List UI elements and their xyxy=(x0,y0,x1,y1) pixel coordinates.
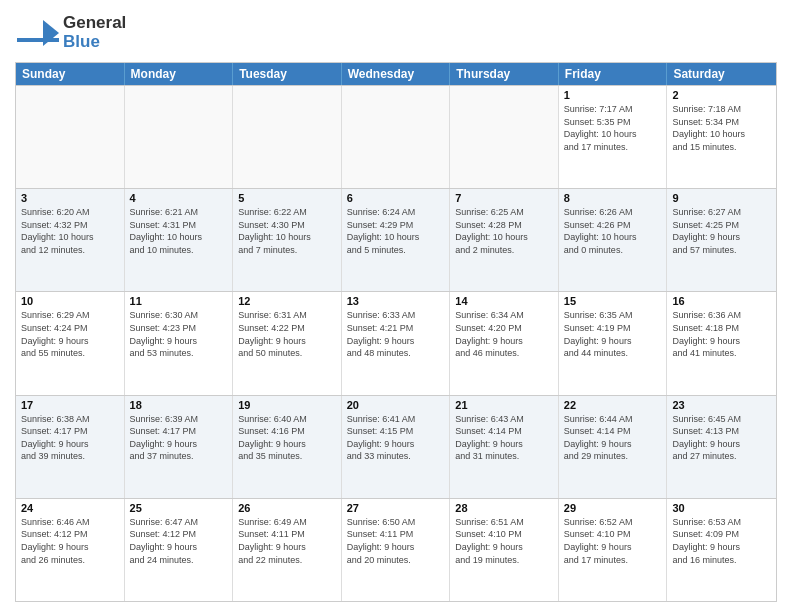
day-cell-21: 21Sunrise: 6:43 AM Sunset: 4:14 PM Dayli… xyxy=(450,396,559,498)
day-number: 18 xyxy=(130,399,228,411)
day-cell-6: 6Sunrise: 6:24 AM Sunset: 4:29 PM Daylig… xyxy=(342,189,451,291)
day-cell-30: 30Sunrise: 6:53 AM Sunset: 4:09 PM Dayli… xyxy=(667,499,776,601)
day-info: Sunrise: 6:22 AM Sunset: 4:30 PM Dayligh… xyxy=(238,206,336,256)
day-cell-1: 1Sunrise: 7:17 AM Sunset: 5:35 PM Daylig… xyxy=(559,86,668,188)
day-info: Sunrise: 6:51 AM Sunset: 4:10 PM Dayligh… xyxy=(455,516,553,566)
day-header-thursday: Thursday xyxy=(450,63,559,85)
day-cell-23: 23Sunrise: 6:45 AM Sunset: 4:13 PM Dayli… xyxy=(667,396,776,498)
day-cell-15: 15Sunrise: 6:35 AM Sunset: 4:19 PM Dayli… xyxy=(559,292,668,394)
week-row-1: 1Sunrise: 7:17 AM Sunset: 5:35 PM Daylig… xyxy=(16,85,776,188)
day-info: Sunrise: 6:43 AM Sunset: 4:14 PM Dayligh… xyxy=(455,413,553,463)
logo-text: General Blue xyxy=(63,14,126,51)
empty-cell xyxy=(450,86,559,188)
day-cell-3: 3Sunrise: 6:20 AM Sunset: 4:32 PM Daylig… xyxy=(16,189,125,291)
day-number: 30 xyxy=(672,502,771,514)
day-info: Sunrise: 6:46 AM Sunset: 4:12 PM Dayligh… xyxy=(21,516,119,566)
day-info: Sunrise: 6:41 AM Sunset: 4:15 PM Dayligh… xyxy=(347,413,445,463)
day-info: Sunrise: 6:30 AM Sunset: 4:23 PM Dayligh… xyxy=(130,309,228,359)
day-info: Sunrise: 6:25 AM Sunset: 4:28 PM Dayligh… xyxy=(455,206,553,256)
page: General Blue SundayMondayTuesdayWednesda… xyxy=(0,0,792,612)
day-number: 26 xyxy=(238,502,336,514)
day-number: 11 xyxy=(130,295,228,307)
day-cell-8: 8Sunrise: 6:26 AM Sunset: 4:26 PM Daylig… xyxy=(559,189,668,291)
svg-rect-2 xyxy=(17,38,59,42)
day-number: 1 xyxy=(564,89,662,101)
day-info: Sunrise: 6:39 AM Sunset: 4:17 PM Dayligh… xyxy=(130,413,228,463)
day-info: Sunrise: 6:27 AM Sunset: 4:25 PM Dayligh… xyxy=(672,206,771,256)
day-info: Sunrise: 6:45 AM Sunset: 4:13 PM Dayligh… xyxy=(672,413,771,463)
day-cell-9: 9Sunrise: 6:27 AM Sunset: 4:25 PM Daylig… xyxy=(667,189,776,291)
day-number: 19 xyxy=(238,399,336,411)
day-number: 21 xyxy=(455,399,553,411)
empty-cell xyxy=(16,86,125,188)
day-cell-7: 7Sunrise: 6:25 AM Sunset: 4:28 PM Daylig… xyxy=(450,189,559,291)
day-info: Sunrise: 6:35 AM Sunset: 4:19 PM Dayligh… xyxy=(564,309,662,359)
day-header-tuesday: Tuesday xyxy=(233,63,342,85)
day-cell-17: 17Sunrise: 6:38 AM Sunset: 4:17 PM Dayli… xyxy=(16,396,125,498)
day-number: 23 xyxy=(672,399,771,411)
day-number: 7 xyxy=(455,192,553,204)
day-info: Sunrise: 7:18 AM Sunset: 5:34 PM Dayligh… xyxy=(672,103,771,153)
day-cell-19: 19Sunrise: 6:40 AM Sunset: 4:16 PM Dayli… xyxy=(233,396,342,498)
day-number: 9 xyxy=(672,192,771,204)
day-number: 15 xyxy=(564,295,662,307)
day-info: Sunrise: 6:44 AM Sunset: 4:14 PM Dayligh… xyxy=(564,413,662,463)
day-info: Sunrise: 6:50 AM Sunset: 4:11 PM Dayligh… xyxy=(347,516,445,566)
day-header-sunday: Sunday xyxy=(16,63,125,85)
day-number: 4 xyxy=(130,192,228,204)
day-number: 10 xyxy=(21,295,119,307)
day-info: Sunrise: 6:20 AM Sunset: 4:32 PM Dayligh… xyxy=(21,206,119,256)
day-cell-28: 28Sunrise: 6:51 AM Sunset: 4:10 PM Dayli… xyxy=(450,499,559,601)
day-info: Sunrise: 6:47 AM Sunset: 4:12 PM Dayligh… xyxy=(130,516,228,566)
day-info: Sunrise: 6:24 AM Sunset: 4:29 PM Dayligh… xyxy=(347,206,445,256)
day-number: 25 xyxy=(130,502,228,514)
day-cell-12: 12Sunrise: 6:31 AM Sunset: 4:22 PM Dayli… xyxy=(233,292,342,394)
day-number: 2 xyxy=(672,89,771,101)
calendar-body: 1Sunrise: 7:17 AM Sunset: 5:35 PM Daylig… xyxy=(16,85,776,601)
week-row-4: 17Sunrise: 6:38 AM Sunset: 4:17 PM Dayli… xyxy=(16,395,776,498)
day-header-friday: Friday xyxy=(559,63,668,85)
day-info: Sunrise: 7:17 AM Sunset: 5:35 PM Dayligh… xyxy=(564,103,662,153)
empty-cell xyxy=(233,86,342,188)
day-info: Sunrise: 6:33 AM Sunset: 4:21 PM Dayligh… xyxy=(347,309,445,359)
day-number: 28 xyxy=(455,502,553,514)
day-number: 24 xyxy=(21,502,119,514)
day-number: 3 xyxy=(21,192,119,204)
day-cell-10: 10Sunrise: 6:29 AM Sunset: 4:24 PM Dayli… xyxy=(16,292,125,394)
day-info: Sunrise: 6:53 AM Sunset: 4:09 PM Dayligh… xyxy=(672,516,771,566)
week-row-2: 3Sunrise: 6:20 AM Sunset: 4:32 PM Daylig… xyxy=(16,188,776,291)
day-cell-13: 13Sunrise: 6:33 AM Sunset: 4:21 PM Dayli… xyxy=(342,292,451,394)
logo-icon xyxy=(15,10,61,56)
day-number: 5 xyxy=(238,192,336,204)
day-cell-11: 11Sunrise: 6:30 AM Sunset: 4:23 PM Dayli… xyxy=(125,292,234,394)
day-number: 8 xyxy=(564,192,662,204)
day-header-monday: Monday xyxy=(125,63,234,85)
logo: General Blue xyxy=(15,10,126,56)
day-cell-16: 16Sunrise: 6:36 AM Sunset: 4:18 PM Dayli… xyxy=(667,292,776,394)
day-info: Sunrise: 6:49 AM Sunset: 4:11 PM Dayligh… xyxy=(238,516,336,566)
day-cell-24: 24Sunrise: 6:46 AM Sunset: 4:12 PM Dayli… xyxy=(16,499,125,601)
day-number: 27 xyxy=(347,502,445,514)
day-cell-22: 22Sunrise: 6:44 AM Sunset: 4:14 PM Dayli… xyxy=(559,396,668,498)
calendar: SundayMondayTuesdayWednesdayThursdayFrid… xyxy=(15,62,777,602)
day-cell-4: 4Sunrise: 6:21 AM Sunset: 4:31 PM Daylig… xyxy=(125,189,234,291)
day-number: 12 xyxy=(238,295,336,307)
day-number: 13 xyxy=(347,295,445,307)
day-info: Sunrise: 6:38 AM Sunset: 4:17 PM Dayligh… xyxy=(21,413,119,463)
header: General Blue xyxy=(15,10,777,56)
day-info: Sunrise: 6:26 AM Sunset: 4:26 PM Dayligh… xyxy=(564,206,662,256)
day-cell-2: 2Sunrise: 7:18 AM Sunset: 5:34 PM Daylig… xyxy=(667,86,776,188)
day-info: Sunrise: 6:21 AM Sunset: 4:31 PM Dayligh… xyxy=(130,206,228,256)
day-cell-5: 5Sunrise: 6:22 AM Sunset: 4:30 PM Daylig… xyxy=(233,189,342,291)
day-cell-25: 25Sunrise: 6:47 AM Sunset: 4:12 PM Dayli… xyxy=(125,499,234,601)
empty-cell xyxy=(342,86,451,188)
day-number: 22 xyxy=(564,399,662,411)
empty-cell xyxy=(125,86,234,188)
day-number: 6 xyxy=(347,192,445,204)
day-cell-14: 14Sunrise: 6:34 AM Sunset: 4:20 PM Dayli… xyxy=(450,292,559,394)
day-number: 29 xyxy=(564,502,662,514)
day-info: Sunrise: 6:29 AM Sunset: 4:24 PM Dayligh… xyxy=(21,309,119,359)
day-info: Sunrise: 6:31 AM Sunset: 4:22 PM Dayligh… xyxy=(238,309,336,359)
day-number: 17 xyxy=(21,399,119,411)
calendar-header: SundayMondayTuesdayWednesdayThursdayFrid… xyxy=(16,63,776,85)
